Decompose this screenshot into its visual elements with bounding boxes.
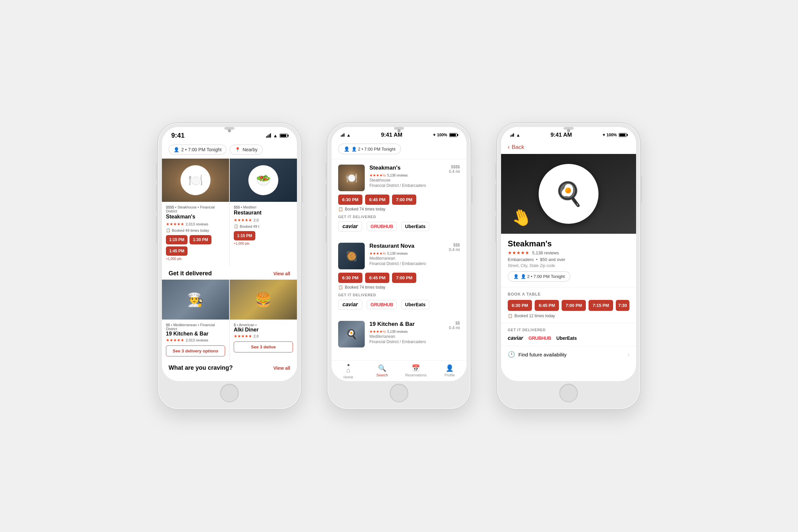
- grubhub-logo-2[interactable]: GRUBHUB: [367, 300, 397, 309]
- book-slot-715[interactable]: 7:15 PM: [589, 300, 613, 311]
- home-button-3[interactable]: [559, 384, 578, 402]
- phone-1: 9:41 ▲ 👤: [158, 123, 301, 409]
- list-item-nova[interactable]: 🥘 Restaurant Nova ★★★★½ 5,138 reviews: [331, 238, 467, 315]
- detail-grubhub[interactable]: GRUBHUB: [528, 336, 551, 341]
- home-button-2[interactable]: [390, 384, 408, 402]
- search-icon: 🔍: [378, 364, 386, 372]
- thumb-steakman: 🍽️: [338, 165, 365, 191]
- delivery-reviews-2: 2,0: [253, 334, 258, 338]
- restaurant-info-2: $$$ • Mediterr Restaurant ★★★★★ 2,0 📋 Bo…: [230, 202, 297, 250]
- book-table-section: BOOK A TABLE 6:30 PM 6:45 PM 7:00 PM 7:1…: [501, 287, 636, 323]
- time-slots-2: 1:15 PM: [234, 231, 293, 241]
- detail-caviar[interactable]: caviar: [508, 335, 523, 341]
- delivery-image-alki: 🍔: [230, 280, 297, 320]
- delivery-info-kitchen: $$ • Mediterranean • Financial District …: [162, 320, 229, 360]
- mute-button: [156, 163, 158, 179]
- slot-115pm-2[interactable]: 1:15 PM: [234, 231, 255, 241]
- guest-pill-2[interactable]: 👤 👤 2 • 7:00 PM Tonight: [338, 144, 401, 154]
- slot-630[interactable]: 6:30 PM: [338, 194, 362, 205]
- booked-info-2: 📋 Booked 49 t: [234, 224, 293, 228]
- restaurant-card-steakman[interactable]: 🍽️ $$$$ • Steakhouse • Financial Distric…: [162, 158, 229, 265]
- slot-115pm[interactable]: 1:15 PM: [166, 235, 188, 244]
- delivery-category-2: $ • American •: [234, 323, 293, 327]
- caviar-logo-1[interactable]: caviar: [338, 222, 362, 231]
- detail-guest-pill[interactable]: 👤 👤 2 • 7:00 PM Tonight: [508, 271, 570, 282]
- delivery-card-kitchen[interactable]: 👨‍🍳 $$ • Mediterranean • Financial Distr…: [162, 280, 229, 360]
- list-item-steakman[interactable]: 🍽️ Steakman's ★★★★½ 5,138 reviews: [331, 159, 467, 237]
- rest-type-steakman: Steakhouse: [369, 178, 426, 183]
- points-badge-2: +1,000 pts: [234, 242, 293, 245]
- restaurant-name-1: Steakman's: [166, 214, 225, 220]
- back-button[interactable]: ‹ Back: [501, 141, 636, 154]
- time-slots-1: 1:15 PM 1:30 PM 1:45 PM: [166, 235, 225, 256]
- thumb-img-nova: 🥘: [338, 243, 365, 269]
- phone3-scroll[interactable]: 🍳 🤚 Steakman's ★★★★★ 5,138 reviews Embar…: [501, 154, 636, 381]
- book-slot-700[interactable]: 7:00 PM: [562, 300, 586, 311]
- slot-645[interactable]: 6:45 PM: [365, 194, 390, 205]
- guest-filter-pill[interactable]: 👤 2 • 7:00 PM Tonight: [169, 145, 226, 155]
- home-button-1[interactable]: [220, 384, 239, 402]
- future-availability[interactable]: 🕐 Find future availability ›: [501, 346, 636, 363]
- list-item-kitchen[interactable]: 🍳 19 Kitchen & Bar ★★★★½ 5,138 reviews: [331, 316, 467, 356]
- detail-delivery-label: GET IT DELIVERED: [508, 328, 629, 332]
- delivery-btn-1[interactable]: See 3 delivery options: [166, 345, 225, 357]
- view-all-delivered[interactable]: View all: [273, 271, 290, 276]
- detail-restaurant-name: Steakman's: [508, 239, 629, 248]
- rest-reviews-steakman: 5,138 reviews: [387, 174, 408, 177]
- grubhub-logo-1[interactable]: GRUBHUB: [367, 222, 397, 231]
- delivery-name-2: Alki Diner: [234, 327, 293, 333]
- book-slot-730[interactable]: 7:30: [616, 300, 629, 311]
- nav-search[interactable]: 🔍 Search: [365, 364, 399, 379]
- signal-icon-3: [510, 133, 514, 137]
- delivery-card-alki[interactable]: 🍔 $ • American • Alki Diner ★★★★★ 2,0 Se…: [230, 280, 297, 360]
- restaurant-card-2[interactable]: 🥗 $$$ • Mediterr Restaurant ★★★★★ 2,0 📋: [230, 158, 297, 265]
- volume-up-button-3: [495, 185, 497, 211]
- ubereats-logo-2[interactable]: UberEats: [401, 300, 429, 309]
- rest-location-kitchen: Financial District / Embarcadero: [369, 340, 426, 344]
- detail-ubereats[interactable]: UberEats: [556, 336, 576, 341]
- restaurant-reviews-2: 2,0: [253, 218, 258, 222]
- restaurant-list[interactable]: 🍽️ Steakman's ★★★★½ 5,138 reviews: [331, 159, 467, 360]
- book-slot-630[interactable]: 6:30 PM: [508, 300, 532, 311]
- book-slot-645[interactable]: 6:45 PM: [535, 300, 559, 311]
- thumb-kitchen: 🍳: [338, 321, 365, 347]
- delivery-name-1: 19 Kitchen & Bar: [166, 331, 225, 337]
- hand-icon: 🤚: [508, 205, 534, 230]
- restaurant-grid-1: 🍽️ $$$$ • Steakhouse • Financial Distric…: [162, 158, 297, 265]
- front-camera-3: [567, 129, 570, 132]
- status-left-2: ▲: [341, 133, 351, 138]
- battery-icon: [280, 134, 288, 138]
- caviar-logo-2[interactable]: caviar: [338, 300, 362, 309]
- thumb-img-kitchen: 🍳: [338, 321, 365, 347]
- detail-location-price: Embarcadero • $50 and over: [508, 257, 629, 262]
- ubereats-logo-1[interactable]: UberEats: [401, 222, 429, 231]
- view-all-craving[interactable]: View all: [273, 365, 290, 371]
- wifi-icon-3: ▲: [516, 133, 520, 138]
- slot-630-nova[interactable]: 6:30 PM: [338, 273, 362, 283]
- phone1-scroll[interactable]: 🍽️ $$$$ • Steakhouse • Financial Distric…: [162, 158, 297, 381]
- nav-reservations[interactable]: 📅 Reservations: [399, 364, 433, 379]
- rest-distance-nova: 0.4 mi: [449, 247, 460, 252]
- wifi-icon: ▲: [273, 133, 278, 138]
- slot-700-nova[interactable]: 7:00 PM: [392, 273, 416, 283]
- delivery-category-1: $$ • Mediterranean • Financial District: [166, 323, 225, 331]
- delivery-grid: 👨‍🍳 $$ • Mediterranean • Financial Distr…: [162, 280, 297, 360]
- mute-button-2: [325, 163, 327, 179]
- signal-icon-2: [341, 133, 344, 137]
- slot-700[interactable]: 7:00 PM: [392, 194, 416, 205]
- slot-130pm[interactable]: 1:30 PM: [190, 235, 211, 244]
- time-display-3: 9:41 AM: [551, 132, 572, 138]
- nav-home[interactable]: ⌂ Home: [331, 364, 365, 379]
- home-icon: ⌂: [346, 366, 350, 374]
- nav-profile[interactable]: 👤 Profile: [433, 364, 467, 379]
- search-bar-2: 👤 👤 2 • 7:00 PM Tonight: [331, 141, 467, 159]
- delivery-btn-2[interactable]: See 3 delive: [234, 341, 293, 353]
- location-filter-pill[interactable]: 📍 Nearby: [230, 145, 262, 155]
- restaurant-image-steakman: 🍽️: [162, 158, 229, 202]
- delivery-label-nova: GET IT DELIVERED: [338, 293, 460, 297]
- slot-645-nova[interactable]: 6:45 PM: [365, 273, 390, 283]
- slot-145pm[interactable]: 1:45 PM: [166, 246, 188, 256]
- restaurant-image-2: 🥗: [230, 158, 297, 202]
- craving-section-header: What are you craving? View all: [162, 360, 297, 374]
- meta-nova: Restaurant Nova ★★★★½ 5,138 reviews Medi…: [369, 243, 460, 269]
